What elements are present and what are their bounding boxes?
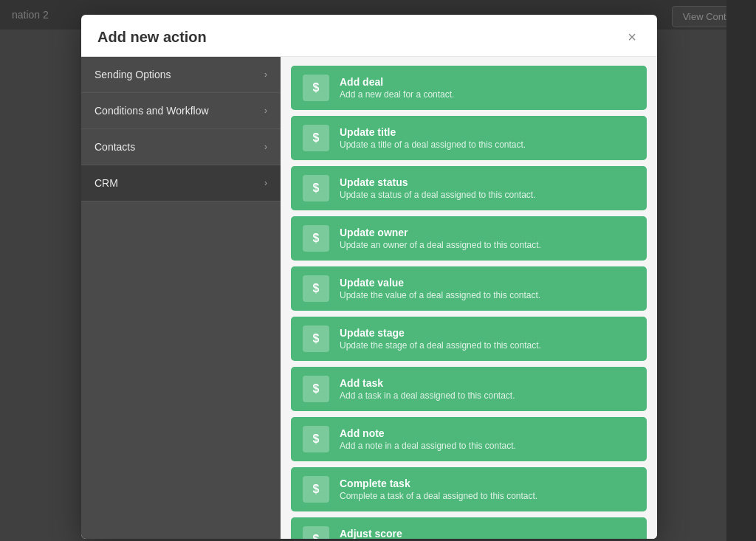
action-text-update-owner: Update owner Update an owner of a deal a… [340, 227, 635, 250]
chevron-right-icon: › [264, 106, 267, 116]
action-title-update-value: Update value [340, 277, 635, 289]
modal-sidebar: Sending Options › Conditions and Workflo… [81, 57, 281, 539]
action-icon-update-owner: $ [303, 225, 329, 252]
action-card-update-value[interactable]: $ Update value Update the value of a dea… [291, 266, 647, 311]
modal-header: Add new action × [81, 15, 657, 57]
action-title-update-title: Update title [340, 126, 635, 138]
chevron-right-icon: › [264, 178, 267, 188]
action-title-update-owner: Update owner [340, 227, 635, 238]
action-text-update-stage: Update stage Update the stage of a deal … [340, 327, 635, 351]
action-title-add-task: Add task [340, 377, 635, 389]
action-card-add-task[interactable]: $ Add task Add a task in a deal assigned… [291, 367, 647, 411]
modal-content-area: $ Add deal Add a new deal for a contact.… [281, 57, 657, 539]
action-desc-update-stage: Update the stage of a deal assigned to t… [340, 340, 635, 351]
action-title-adjust-score: Adjust score [340, 528, 635, 539]
action-desc-add-task: Add a task in a deal assigned to this co… [340, 390, 635, 401]
action-desc-complete-task: Complete a task of a deal assigned to th… [340, 491, 635, 501]
action-text-update-value: Update value Update the value of a deal … [340, 277, 635, 300]
action-desc-update-owner: Update an owner of a deal assigned to th… [340, 240, 635, 250]
action-icon-add-task: $ [303, 376, 329, 402]
sidebar-item-label: CRM [94, 177, 118, 189]
add-new-action-modal: Add new action × Sending Options › Condi… [81, 15, 657, 539]
chevron-right-icon: › [264, 69, 267, 80]
action-desc-update-title: Update a title of a deal assigned to thi… [340, 139, 635, 150]
action-text-update-title: Update title Update a title of a deal as… [340, 126, 635, 150]
action-desc-update-value: Update the value of a deal assigned to t… [340, 290, 635, 300]
action-title-update-stage: Update stage [340, 327, 635, 339]
sidebar-item-sending-options[interactable]: Sending Options › [81, 57, 281, 93]
action-title-add-deal: Add deal [340, 76, 635, 88]
sidebar-item-contacts[interactable]: Contacts › [81, 129, 281, 165]
sidebar-item-label: Contacts [94, 141, 135, 153]
action-title-update-status: Update status [340, 176, 635, 188]
action-text-complete-task: Complete task Complete a task of a deal … [340, 478, 635, 501]
action-desc-add-deal: Add a new deal for a contact. [340, 89, 635, 100]
action-card-adjust-score[interactable]: $ Adjust score Will add or remove amount… [291, 517, 647, 539]
chevron-right-icon: › [264, 142, 267, 152]
action-icon-add-note: $ [303, 426, 329, 452]
action-icon-update-stage: $ [303, 325, 329, 352]
action-card-update-status[interactable]: $ Update status Update a status of a dea… [291, 166, 647, 210]
action-title-add-note: Add note [340, 427, 635, 439]
sidebar-item-conditions-workflow[interactable]: Conditions and Workflow › [81, 93, 281, 129]
modal-close-button[interactable]: × [623, 28, 641, 46]
action-icon-update-value: $ [303, 275, 329, 302]
action-icon-update-status: $ [303, 175, 329, 201]
action-card-complete-task[interactable]: $ Complete task Complete a task of a dea… [291, 467, 647, 511]
action-card-update-title[interactable]: $ Update title Update a title of a deal … [291, 116, 647, 160]
modal-title: Add new action [97, 29, 207, 46]
action-icon-add-deal: $ [303, 75, 329, 101]
action-desc-add-note: Add a note in a deal assigned to this co… [340, 441, 635, 451]
action-title-complete-task: Complete task [340, 478, 635, 489]
action-card-add-note[interactable]: $ Add note Add a note in a deal assigned… [291, 417, 647, 461]
action-card-update-stage[interactable]: $ Update stage Update the stage of a dea… [291, 317, 647, 361]
sidebar-item-label: Sending Options [94, 69, 171, 80]
sidebar-item-label: Conditions and Workflow [94, 105, 209, 117]
action-text-adjust-score: Adjust score Will add or remove amount o… [340, 528, 635, 539]
action-icon-complete-task: $ [303, 476, 329, 503]
action-text-add-task: Add task Add a task in a deal assigned t… [340, 377, 635, 401]
action-card-update-owner[interactable]: $ Update owner Update an owner of a deal… [291, 216, 647, 261]
action-icon-adjust-score: $ [303, 526, 329, 539]
sidebar-item-crm[interactable]: CRM › [81, 165, 281, 201]
action-desc-update-status: Update a status of a deal assigned to th… [340, 190, 635, 200]
action-text-update-status: Update status Update a status of a deal … [340, 176, 635, 200]
modal-body: Sending Options › Conditions and Workflo… [81, 57, 657, 539]
action-text-add-deal: Add deal Add a new deal for a contact. [340, 76, 635, 100]
action-card-add-deal[interactable]: $ Add deal Add a new deal for a contact. [291, 66, 647, 110]
action-icon-update-title: $ [303, 125, 329, 151]
action-text-add-note: Add note Add a note in a deal assigned t… [340, 427, 635, 451]
